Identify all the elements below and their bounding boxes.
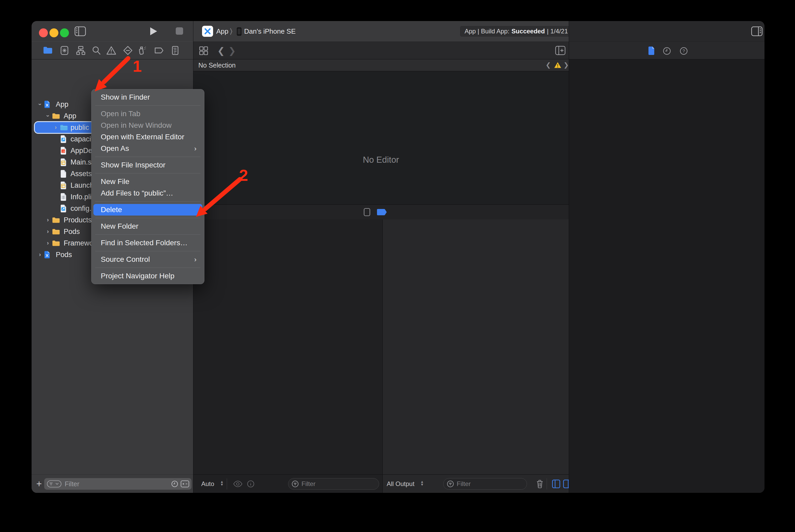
menu-item-find-in-selected-folders[interactable]: Find in Selected Folders… bbox=[93, 237, 202, 249]
no-editor-label: No Editor bbox=[193, 155, 569, 165]
filter-icon bbox=[447, 480, 454, 488]
project-navigator-tab[interactable] bbox=[43, 45, 53, 55]
menu-separator bbox=[95, 234, 200, 235]
menu-item-source-control[interactable]: Source Control› bbox=[93, 254, 202, 265]
file-inspector-tab[interactable] bbox=[648, 46, 655, 55]
project-icon bbox=[44, 100, 51, 108]
scheme-chevron: 〉 bbox=[230, 21, 232, 41]
variables-scope-popup[interactable]: Auto bbox=[201, 480, 214, 488]
filter-placeholder: Filter bbox=[65, 480, 79, 488]
folder-icon bbox=[52, 217, 60, 223]
menu-item-project-navigator-help[interactable]: Project Navigator Help bbox=[93, 270, 202, 282]
file-icon bbox=[60, 182, 67, 189]
disclosure-chevron-icon[interactable]: › bbox=[45, 216, 51, 223]
stop-button[interactable] bbox=[176, 27, 183, 35]
source-control-status-icon[interactable] bbox=[180, 480, 189, 488]
breakpoint-navigator-tab[interactable] bbox=[154, 45, 164, 55]
tree-row-label: public bbox=[71, 124, 89, 132]
close-window-button[interactable] bbox=[39, 28, 48, 37]
menu-item-open-in-new-window: Open in New Window bbox=[93, 119, 202, 131]
menu-item-delete[interactable]: Delete bbox=[93, 204, 202, 215]
console-filter-field[interactable]: Filter bbox=[443, 478, 527, 490]
folder-icon bbox=[52, 228, 60, 235]
menu-item-new-file[interactable]: New File bbox=[93, 176, 202, 187]
menu-item-show-in-finder[interactable]: Show in Finder bbox=[93, 92, 202, 103]
disclosure-chevron-icon[interactable]: › bbox=[37, 102, 43, 107]
issue-warning-icon[interactable] bbox=[554, 62, 561, 68]
inspector-toggle-icon[interactable] bbox=[751, 26, 763, 36]
recent-files-icon[interactable] bbox=[171, 480, 178, 488]
inspector-tab-bar: ? bbox=[569, 41, 764, 59]
status-text-result: Succeeded bbox=[511, 27, 545, 35]
folder-icon bbox=[52, 240, 60, 247]
forward-navigation-icon[interactable]: ❯ bbox=[228, 45, 236, 56]
editor-nav-bar: ❮ ❯ bbox=[193, 41, 569, 59]
menu-item-open-with-external-editor[interactable]: Open with External Editor bbox=[93, 131, 202, 143]
show-variables-view-icon[interactable] bbox=[552, 479, 560, 488]
active-scheme-button[interactable]: App bbox=[216, 21, 228, 41]
info-icon[interactable] bbox=[247, 480, 255, 488]
menu-item-new-folder[interactable]: New Folder bbox=[93, 221, 202, 232]
report-navigator-tab[interactable] bbox=[170, 45, 180, 55]
back-navigation-icon[interactable]: ❮ bbox=[217, 45, 225, 56]
variables-scope-chevrons: ▲▼ bbox=[220, 480, 223, 486]
folder-icon bbox=[52, 113, 60, 119]
disclosure-chevron-icon[interactable]: › bbox=[44, 113, 51, 118]
divider[interactable] bbox=[382, 220, 383, 493]
file-icon bbox=[60, 158, 67, 166]
menu-separator bbox=[95, 201, 200, 202]
menu-separator bbox=[95, 251, 200, 251]
file-icon bbox=[60, 135, 67, 143]
menu-item-add-files-to-public[interactable]: Add Files to “public”… bbox=[93, 187, 202, 199]
disclosure-chevron-icon[interactable]: › bbox=[37, 251, 42, 258]
issue-navigator-tab[interactable] bbox=[106, 45, 116, 55]
run-button[interactable] bbox=[149, 27, 158, 36]
help-inspector-tab[interactable]: ? bbox=[679, 46, 688, 55]
minimap-grid-icon[interactable] bbox=[199, 46, 209, 55]
find-navigator-tab[interactable] bbox=[91, 45, 101, 55]
status-text-prefix: App | Build App: bbox=[465, 27, 509, 35]
test-navigator-tab[interactable] bbox=[123, 45, 133, 55]
variables-view[interactable] bbox=[193, 220, 382, 474]
zoom-window-button[interactable] bbox=[60, 28, 69, 37]
xcode-project-icon bbox=[202, 26, 213, 37]
context-menu: Show in FinderOpen in TabOpen in New Win… bbox=[91, 89, 204, 284]
console-view[interactable] bbox=[382, 220, 569, 474]
submenu-chevron-icon: › bbox=[194, 143, 197, 154]
folder-icon bbox=[60, 124, 68, 131]
console-bar: All Output ▲▼ Filter bbox=[382, 474, 569, 493]
disclosure-chevron-icon[interactable]: › bbox=[45, 228, 51, 235]
disclosure-chevron-icon[interactable]: › bbox=[53, 124, 58, 131]
debug-view-icon[interactable] bbox=[364, 208, 371, 216]
breakpoints-toggle-icon[interactable] bbox=[377, 208, 387, 216]
navigator-filter-field[interactable]: Filter bbox=[44, 478, 192, 490]
tree-row-label: Pods bbox=[64, 228, 80, 236]
add-item-icon[interactable]: + bbox=[36, 478, 42, 489]
debug-navigator-tab[interactable] bbox=[137, 45, 147, 55]
sidebar-toggle-icon[interactable] bbox=[74, 26, 86, 36]
menu-item-show-file-inspector[interactable]: Show File Inspector bbox=[93, 159, 202, 171]
divider[interactable] bbox=[569, 21, 569, 493]
run-destination-button[interactable]: Dan's iPhone SE bbox=[244, 21, 296, 41]
next-issue-icon[interactable]: ❯ bbox=[563, 61, 569, 69]
disclosure-chevron-icon[interactable]: › bbox=[45, 240, 51, 247]
filter-icon bbox=[291, 480, 299, 488]
menu-item-open-as[interactable]: Open As› bbox=[93, 143, 202, 154]
file-inspector-panel: Identity and Type Name public Location R… bbox=[569, 59, 764, 493]
console-scope-popup[interactable]: All Output bbox=[387, 480, 414, 488]
file-icon bbox=[60, 205, 67, 212]
source-control-navigator-tab[interactable] bbox=[59, 45, 70, 55]
previous-issue-icon[interactable]: ❮ bbox=[546, 61, 551, 69]
quicklook-eye-icon[interactable] bbox=[233, 480, 242, 487]
clear-console-trash-icon[interactable] bbox=[536, 479, 543, 488]
history-inspector-tab[interactable] bbox=[663, 46, 671, 55]
filter-options-icon[interactable] bbox=[47, 480, 61, 488]
variables-filter-field[interactable]: Filter bbox=[288, 478, 379, 490]
file-icon bbox=[60, 193, 67, 201]
symbol-navigator-tab[interactable] bbox=[76, 45, 86, 55]
minimize-window-button[interactable] bbox=[50, 28, 58, 37]
toolbar-right bbox=[569, 21, 764, 41]
add-editor-icon[interactable] bbox=[555, 46, 566, 55]
navigator-tab-bar bbox=[32, 41, 193, 59]
editor-empty-area: No Editor bbox=[193, 71, 569, 205]
